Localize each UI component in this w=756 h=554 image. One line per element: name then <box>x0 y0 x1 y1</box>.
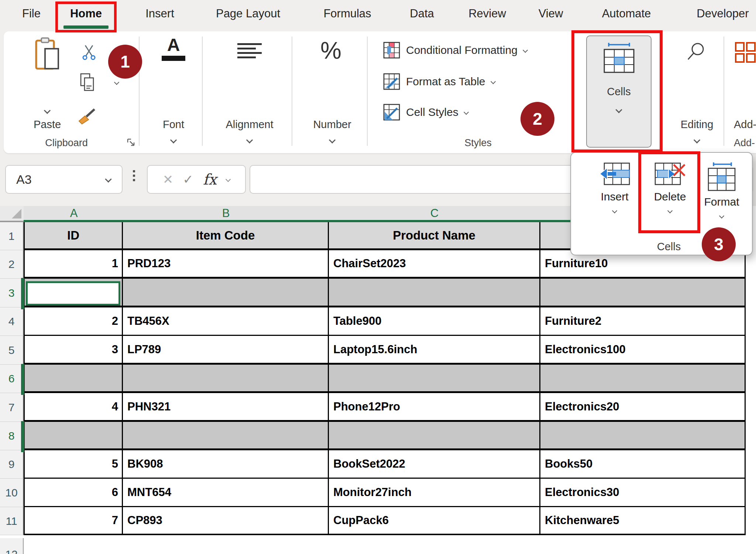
cell-D9[interactable]: Books50 <box>540 450 746 478</box>
cell-B4[interactable]: TB456X <box>123 307 329 335</box>
cell-A9[interactable]: 5 <box>25 450 123 478</box>
cell-B7[interactable]: PHN321 <box>123 393 329 420</box>
copy-chevron-icon[interactable] <box>114 80 119 85</box>
format-as-table-button[interactable]: Format as Table <box>383 73 495 90</box>
cell-C6[interactable] <box>329 365 540 391</box>
cell-B6[interactable] <box>123 365 329 391</box>
cell-B10[interactable]: MNT654 <box>123 479 329 506</box>
number-group-button-label[interactable]: Number <box>313 118 351 131</box>
name-box[interactable]: A3 <box>5 165 123 194</box>
clipboard-dialog-launcher-icon[interactable] <box>126 138 136 147</box>
name-box-chevron-icon[interactable] <box>105 176 111 182</box>
editing-chevron-icon[interactable] <box>694 137 700 143</box>
cell-D5[interactable]: Electronics100 <box>540 336 746 363</box>
row-header-1[interactable]: 1 <box>0 222 24 250</box>
font-chevron-icon[interactable] <box>170 137 177 143</box>
cell-C3[interactable] <box>329 279 540 306</box>
cell-D7[interactable]: Electronics20 <box>540 393 746 420</box>
tab-automate[interactable]: Automate <box>602 7 651 21</box>
column-header-C[interactable]: C <box>430 207 439 220</box>
menu-item-format[interactable]: Format <box>696 162 748 218</box>
paste-chevron-icon[interactable] <box>44 107 51 114</box>
paste-button[interactable] <box>33 37 61 72</box>
row-header-2[interactable]: 2 <box>0 250 24 279</box>
cell-D10[interactable]: Electronics30 <box>540 479 746 506</box>
tab-insert[interactable]: Insert <box>145 7 174 21</box>
tab-data[interactable]: Data <box>410 7 434 21</box>
cell-B1[interactable]: Item Code <box>123 222 329 248</box>
row-header-4[interactable]: 4 <box>0 307 24 336</box>
row-header-3[interactable]: 3 <box>0 279 24 307</box>
cell-C5[interactable]: Laptop15.6inch <box>329 336 540 363</box>
alignment-chevron-icon[interactable] <box>246 137 253 143</box>
active-cell-A3[interactable] <box>26 281 120 306</box>
tab-page-layout[interactable]: Page Layout <box>216 7 280 21</box>
tab-file[interactable]: File <box>22 7 41 21</box>
number-percent-icon[interactable]: % <box>320 39 341 62</box>
row-header-10[interactable]: 10 <box>0 479 24 507</box>
row-header-8[interactable]: 8 <box>0 422 24 450</box>
row-header-6[interactable]: 6 <box>0 365 24 393</box>
cell-A6[interactable] <box>25 365 123 391</box>
cell-A4[interactable]: 2 <box>25 307 123 335</box>
column-header-A[interactable]: A <box>70 207 78 220</box>
cell-B8[interactable] <box>123 422 329 448</box>
cell-C9[interactable]: BookSet2022 <box>329 450 540 478</box>
cell-A2[interactable]: 1 <box>25 250 123 277</box>
row-header-7[interactable]: 7 <box>0 393 24 422</box>
font-icon[interactable]: A <box>157 36 190 61</box>
cell-styles-button[interactable]: Cell Styles <box>383 104 468 121</box>
copy-icon[interactable] <box>79 73 97 92</box>
tab-view[interactable]: View <box>539 7 563 21</box>
cell-D8[interactable] <box>540 422 746 448</box>
add-ins-icon[interactable] <box>735 42 756 63</box>
format-painter-icon[interactable] <box>78 107 97 125</box>
cell-D4[interactable]: Furniture2 <box>540 307 746 335</box>
editing-search-icon[interactable] <box>685 42 707 64</box>
enter-icon[interactable]: ✓ <box>183 172 193 187</box>
menu-item-insert[interactable]: Insert <box>589 162 640 213</box>
fx-chevron-icon[interactable] <box>226 177 231 182</box>
number-chevron-icon[interactable] <box>329 137 336 143</box>
conditional-formatting-button[interactable]: Conditional Formatting <box>383 42 527 59</box>
alignment-group-button-label[interactable]: Alignment <box>226 118 274 131</box>
formula-bar-grip[interactable] <box>133 170 135 181</box>
cell-B2[interactable]: PRD123 <box>123 250 329 277</box>
row-header-12[interactable]: 12 <box>0 538 24 554</box>
cell-A1[interactable]: ID <box>25 222 123 248</box>
cell-D11[interactable]: Kitchenware5 <box>540 507 746 534</box>
row-header-9[interactable]: 9 <box>0 450 24 479</box>
tab-home[interactable]: Home <box>70 7 102 21</box>
tab-formulas[interactable]: Formulas <box>323 7 371 21</box>
cell-C7[interactable]: Phone12Pro <box>329 393 540 420</box>
font-group-button-label[interactable]: Font <box>163 118 184 131</box>
cell-A8[interactable] <box>25 422 123 448</box>
cell-C1[interactable]: Product Name <box>329 222 540 248</box>
cell-B11[interactable]: CP893 <box>123 507 329 534</box>
cell-C2[interactable]: ChairSet2023 <box>329 250 540 277</box>
tab-review[interactable]: Review <box>468 7 506 21</box>
cancel-icon[interactable]: ✕ <box>163 172 173 187</box>
cut-icon[interactable] <box>81 44 97 60</box>
cell-A10[interactable]: 6 <box>25 479 123 506</box>
cell-D3[interactable] <box>540 279 746 306</box>
cell-C11[interactable]: CupPack6 <box>329 507 540 534</box>
cell-A5[interactable]: 3 <box>25 336 123 363</box>
cell-C4[interactable]: Table900 <box>329 307 540 335</box>
row-header-11[interactable]: 11 <box>0 507 24 535</box>
cell-B9[interactable]: BK908 <box>123 450 329 478</box>
insert-function-icon[interactable]: fx <box>203 171 217 188</box>
cell-C8[interactable] <box>329 422 540 448</box>
cell-B5[interactable]: LP789 <box>123 336 329 363</box>
cell-A11[interactable]: 7 <box>25 507 123 534</box>
cell-B3[interactable] <box>123 279 329 306</box>
select-all-corner[interactable] <box>0 206 24 222</box>
add-ins-button-label[interactable]: Add- <box>734 118 756 131</box>
alignment-icon[interactable] <box>237 43 262 61</box>
column-header-B[interactable]: B <box>222 207 230 220</box>
cell-A7[interactable]: 4 <box>25 393 123 420</box>
tab-developer[interactable]: Developer <box>697 7 749 21</box>
cell-C10[interactable]: Monitor27inch <box>329 479 540 506</box>
editing-group-button-label[interactable]: Editing <box>681 118 714 131</box>
cell-D6[interactable] <box>540 365 746 391</box>
